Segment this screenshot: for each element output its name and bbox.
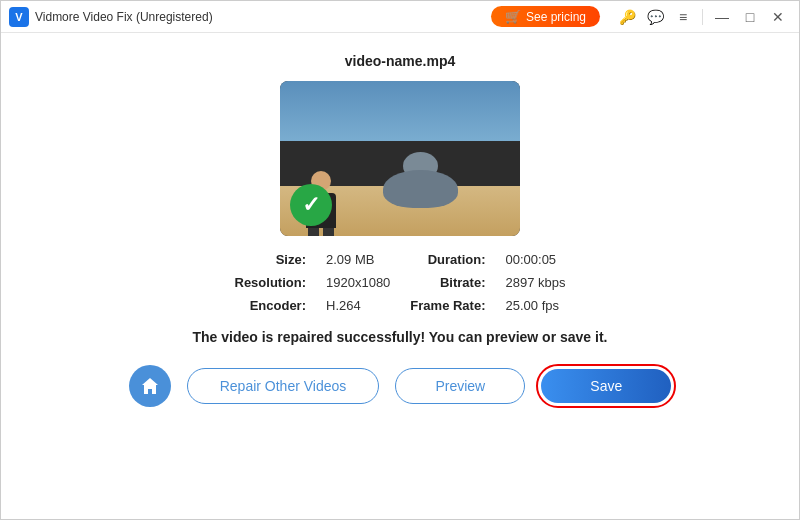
seal-body [383,170,458,208]
duration-label: Duration: [410,252,485,267]
repair-other-videos-button[interactable]: Repair Other Videos [187,368,380,404]
title-bar-divider [702,9,703,25]
seal-figure [373,153,463,208]
size-label: Size: [235,252,307,267]
cart-icon: 🛒 [505,9,521,24]
app-logo-icon: V [9,7,29,27]
video-filename: video-name.mp4 [345,53,455,69]
menu-icon[interactable]: ≡ [670,6,696,28]
action-buttons: Repair Other Videos Preview Save [1,365,799,407]
size-value: 2.09 MB [326,252,390,267]
save-button[interactable]: Save [541,369,671,403]
person-leg-left [308,228,319,236]
person-leg-right [323,228,334,236]
svg-text:V: V [15,11,23,23]
encoder-label: Encoder: [235,298,307,313]
key-icon[interactable]: 🔑 [614,6,640,28]
framerate-value: 25.00 fps [505,298,565,313]
app-title: Vidmore Video Fix (Unregistered) [35,10,485,24]
bitrate-value: 2897 kbps [505,275,565,290]
restore-button[interactable]: □ [737,6,763,28]
home-icon [140,376,160,396]
title-bar: V Vidmore Video Fix (Unregistered) 🛒 See… [1,1,799,33]
bitrate-label: Bitrate: [410,275,485,290]
repair-success-checkmark: ✓ [290,184,332,226]
home-button[interactable] [129,365,171,407]
preview-button[interactable]: Preview [395,368,525,404]
sky-background [280,81,520,141]
person-legs [298,228,343,236]
resolution-label: Resolution: [235,275,307,290]
pricing-label: See pricing [526,10,586,24]
pricing-button[interactable]: 🛒 See pricing [491,6,600,27]
duration-value: 00:00:05 [505,252,565,267]
video-info-grid: Size: 2.09 MB Duration: 00:00:05 Resolut… [235,252,566,313]
video-preview-thumbnail: ✓ [280,81,520,236]
minimize-button[interactable]: — [709,6,735,28]
success-message: The video is repaired successfully! You … [193,329,608,345]
chat-icon[interactable]: 💬 [642,6,668,28]
resolution-value: 1920x1080 [326,275,390,290]
encoder-value: H.264 [326,298,390,313]
save-button-wrapper: Save [541,369,671,403]
close-button[interactable]: ✕ [765,6,791,28]
title-bar-icons: 🔑 💬 ≡ — □ ✕ [614,6,791,28]
main-content: video-name.mp4 ✓ Size: 2.09 MB Duration:… [1,33,799,520]
framerate-label: Frame Rate: [410,298,485,313]
